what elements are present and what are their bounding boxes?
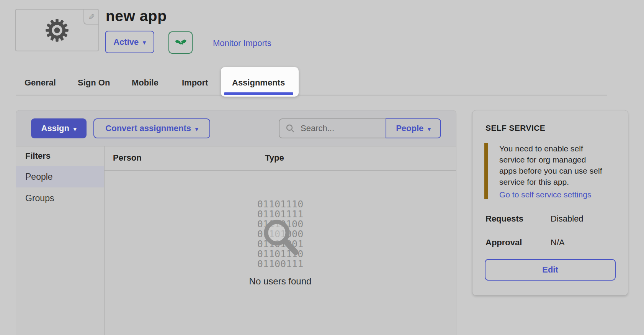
tab-sign-on[interactable]: Sign On — [78, 78, 110, 88]
filters-heading: Filters — [16, 146, 104, 166]
app-status-label: Active — [113, 37, 139, 47]
search-field — [279, 118, 386, 138]
provisioning-button[interactable] — [168, 31, 193, 54]
search-input[interactable] — [300, 123, 378, 134]
approval-row: Approval N/A — [485, 238, 615, 248]
active-tab-underline — [224, 92, 293, 95]
page-title: new app — [106, 8, 167, 25]
pencil-icon: ✎ — [87, 13, 95, 20]
assign-button-label: Assign — [41, 123, 69, 133]
app-assignments-page: ✎ new app Active ▾ Monitor Imports Gener… — [0, 0, 644, 335]
monitor-imports-link[interactable]: Monitor Imports — [213, 38, 271, 48]
filter-item-people[interactable]: People — [16, 166, 104, 187]
convert-assignments-label: Convert assignments — [105, 123, 191, 133]
filter-item-groups[interactable]: Groups — [16, 187, 104, 209]
gear-icon — [45, 18, 69, 42]
assignments-toolbar: Assign ▾ Convert assignments ▾ People ▾ — [16, 110, 456, 146]
edit-logo-button[interactable]: ✎ — [83, 10, 98, 25]
self-service-card: SELF SERVICE You need to enable self ser… — [472, 110, 628, 296]
search-scope-dropdown[interactable]: People ▾ — [386, 118, 441, 138]
requests-label: Requests — [485, 214, 551, 224]
self-service-settings-link[interactable]: Go to self service settings — [499, 190, 591, 199]
chevron-down-icon: ▾ — [143, 39, 146, 45]
self-service-warning-text: You need to enable self service for org … — [499, 143, 603, 187]
magnifier-icon — [260, 215, 306, 261]
assign-button[interactable]: Assign ▾ — [31, 118, 87, 138]
column-header-person: Person — [113, 153, 142, 163]
search-scope-label: People — [396, 123, 423, 133]
app-status-dropdown[interactable]: Active ▾ — [105, 31, 154, 53]
handshake-icon — [175, 38, 187, 47]
requests-row: Requests Disabled — [485, 214, 615, 224]
tabs-divider — [16, 95, 607, 95]
requests-value: Disabled — [551, 214, 584, 224]
approval-value: N/A — [551, 238, 565, 248]
empty-state: 01101110 01101111 01110100 01101000 0110… — [105, 170, 456, 335]
binary-line: 01101110 — [105, 199, 456, 209]
convert-assignments-button[interactable]: Convert assignments ▾ — [93, 118, 210, 138]
column-header-type: Type — [265, 153, 284, 163]
empty-state-message: No users found — [105, 276, 456, 287]
tab-assignments[interactable]: Assignments — [232, 78, 285, 88]
chevron-down-icon: ▾ — [428, 126, 431, 132]
chevron-down-icon: ▾ — [195, 126, 198, 132]
filters-sidebar: Filters People Groups — [16, 146, 105, 335]
tab-mobile[interactable]: Mobile — [132, 78, 159, 88]
self-service-warning: You need to enable self service for org … — [484, 143, 628, 199]
assignments-table-header: Person Type — [105, 146, 456, 171]
approval-label: Approval — [485, 238, 551, 248]
tab-general[interactable]: General — [25, 78, 56, 88]
edit-self-service-button[interactable]: Edit — [485, 259, 616, 281]
tab-import[interactable]: Import — [182, 78, 208, 88]
search-icon — [286, 124, 295, 133]
app-logo-box: ✎ — [15, 9, 99, 51]
self-service-heading: SELF SERVICE — [485, 123, 628, 133]
chevron-down-icon: ▾ — [74, 126, 77, 132]
assignments-panel: Assign ▾ Convert assignments ▾ People ▾ — [16, 110, 456, 335]
search-group: People ▾ — [279, 118, 441, 138]
